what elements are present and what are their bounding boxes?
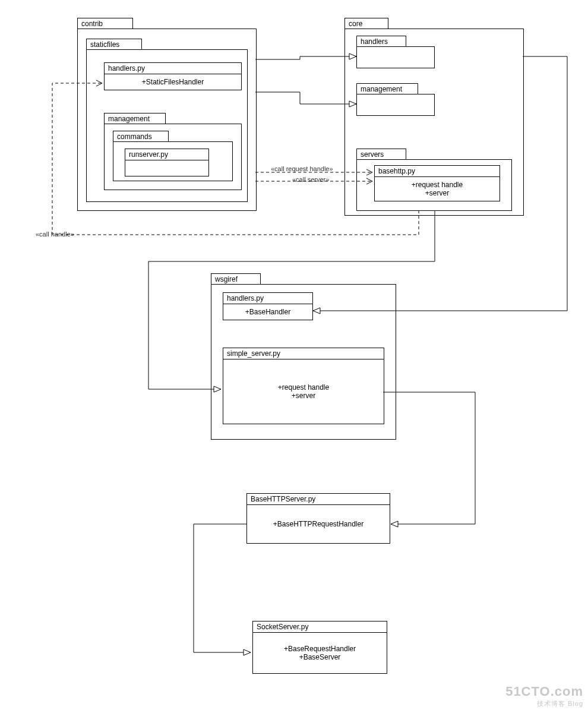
watermark: 51CTO.com 技术博客 Blog: [505, 684, 583, 708]
arrows-layer: [0, 0, 588, 713]
uml-diagram: contrib staticfiles handlers.py +StaticF…: [0, 0, 588, 713]
